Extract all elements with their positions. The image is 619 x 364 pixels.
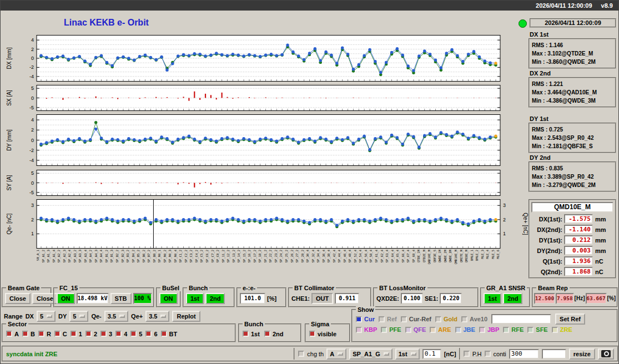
range-qem-select[interactable]: 3.5 <box>104 311 128 322</box>
checkbox-box[interactable] <box>115 331 122 337</box>
bpm-label: SP_C6_2 <box>206 250 209 262</box>
checkbox-gold[interactable]: Gold <box>435 316 457 322</box>
checkbox-box[interactable] <box>405 327 411 333</box>
snsr-2nd-button[interactable]: 2nd <box>503 293 523 304</box>
checkbox-are[interactable]: ARE <box>430 326 451 333</box>
conti-checkbox[interactable] <box>485 351 491 357</box>
checkbox-bt[interactable]: BT <box>161 331 178 337</box>
checkbox-label: RFE <box>511 326 524 333</box>
checkbox-3[interactable]: 3 <box>100 331 112 337</box>
beam-gate-close-button-1[interactable]: Close <box>5 293 31 304</box>
checkbox-box[interactable] <box>100 331 107 337</box>
fc15-on-button[interactable]: ON <box>57 293 75 304</box>
sp-device-select[interactable]: SP_A1_G <box>349 348 392 360</box>
bpm-label: QWDE_2M <box>444 250 447 262</box>
count-input[interactable] <box>509 349 539 359</box>
busel-on-button[interactable]: ON <box>159 293 178 304</box>
checkbox-2[interactable]: 2 <box>85 331 97 337</box>
range-dy-select[interactable]: 5 <box>69 311 88 322</box>
checkbox-box[interactable] <box>243 331 249 337</box>
aux-input[interactable] <box>542 349 566 359</box>
checkbox-box[interactable] <box>145 331 152 337</box>
checkbox-rfe[interactable]: RFE <box>503 326 524 333</box>
checkbox-box[interactable] <box>161 331 167 337</box>
ph-checkbox[interactable] <box>464 351 470 357</box>
snapshot-button[interactable] <box>598 348 614 360</box>
monitor-row-label: DX(2nd): <box>531 226 562 233</box>
bpm-label: SP_A2_3 <box>63 250 67 262</box>
checkbox-box[interactable] <box>455 327 461 333</box>
checkbox-box[interactable] <box>479 327 485 333</box>
checkbox-4[interactable]: 4 <box>115 331 127 337</box>
checkbox-ave10[interactable]: Ave10 <box>461 316 487 322</box>
checkbox-2nd[interactable]: 2nd <box>264 331 284 337</box>
checkbox-cur[interactable]: Cur <box>356 316 375 322</box>
range-qep-label: Qe+ <box>131 313 143 320</box>
snsr-1st-button[interactable]: 1st <box>484 293 501 304</box>
checkbox-b[interactable]: B <box>22 331 35 337</box>
chg-th-checkbox[interactable] <box>298 351 304 357</box>
checkbox-box[interactable] <box>356 316 362 322</box>
checkbox-visible[interactable]: visible <box>309 331 336 337</box>
checkbox-box[interactable] <box>381 327 387 333</box>
checkbox-1st[interactable]: 1st <box>243 331 260 337</box>
checkbox-cur-ref[interactable]: Cur-Ref <box>401 316 431 322</box>
beam-rep-group-label: Beam Rep <box>536 285 570 291</box>
checkbox-box[interactable] <box>435 316 441 322</box>
checkbox-box[interactable] <box>527 327 534 333</box>
checkbox-box[interactable] <box>430 327 436 333</box>
checkbox-box[interactable] <box>71 331 77 337</box>
checkbox-box[interactable] <box>130 331 137 337</box>
checkbox-jbp[interactable]: JBP <box>479 326 499 333</box>
checkbox-5[interactable]: 5 <box>130 331 142 337</box>
checkbox-box[interactable] <box>309 331 315 337</box>
checkbox-box[interactable] <box>264 331 270 337</box>
checkbox-1[interactable]: 1 <box>71 331 82 337</box>
resize-button[interactable]: resize <box>569 348 595 360</box>
checkbox-sfe[interactable]: SFE <box>527 326 547 333</box>
bunch-select[interactable]: 1st <box>395 348 420 360</box>
checkbox-6[interactable]: 6 <box>145 331 157 337</box>
bt-collimator-group-label: BT Collimator <box>293 285 336 291</box>
checkbox-pfe[interactable]: PFE <box>381 326 401 333</box>
range-dx-select[interactable]: 5 <box>37 311 56 322</box>
checkbox-kbp[interactable]: KBP <box>356 326 377 333</box>
checkbox-label: 1 <box>79 331 82 337</box>
app-window: 2026/04/11 12:00:09 v8.9 Linac KEKB e- O… <box>0 0 619 364</box>
checkbox-box[interactable] <box>552 327 558 333</box>
checkbox-box[interactable] <box>38 331 44 337</box>
checkbox-box[interactable] <box>503 327 509 333</box>
threshold-input[interactable] <box>422 349 441 359</box>
checkbox-zre[interactable]: ZRE <box>552 326 572 333</box>
checkbox-box[interactable] <box>379 316 385 322</box>
replot-button[interactable]: Replot <box>172 311 200 322</box>
checkbox-qfe[interactable]: QFE <box>405 326 426 333</box>
che1-out-button[interactable]: OUT <box>311 293 333 304</box>
range-qep-select[interactable]: 3.5 <box>145 311 169 322</box>
checkbox-label: Cur-Ref <box>409 316 431 322</box>
checkbox-ref[interactable]: Ref <box>379 316 397 322</box>
mode-select[interactable]: A <box>326 348 346 360</box>
svg-text:1: 1 <box>503 231 506 236</box>
monitor-row-value: -1.575 <box>564 214 593 224</box>
checkbox-box[interactable] <box>85 331 92 337</box>
fc15-stb-button[interactable]: STB <box>110 293 132 304</box>
bunch-1st-button[interactable]: 1st <box>186 293 204 304</box>
bpm-label: BMLE_1 <box>471 250 474 261</box>
threshold-unit-label: [nC] <box>444 351 456 357</box>
checkbox-box[interactable] <box>401 316 407 322</box>
set-ref-button[interactable]: Set Ref <box>555 314 585 325</box>
checkbox-c[interactable]: C <box>54 331 67 337</box>
ref-name-input[interactable] <box>491 314 551 324</box>
checkbox-box[interactable] <box>356 327 362 333</box>
checkbox-box[interactable] <box>6 331 12 337</box>
checkbox-jbe[interactable]: JBE <box>455 326 475 333</box>
checkbox-r[interactable]: R <box>38 331 51 337</box>
checkbox-a[interactable]: A <box>6 331 19 337</box>
bpm-label: SP_25_2 <box>285 250 289 262</box>
checkbox-box[interactable] <box>54 331 61 337</box>
bunch-2nd-button[interactable]: 2nd <box>205 293 225 304</box>
checkbox-label: Gold <box>444 316 457 322</box>
checkbox-box[interactable] <box>22 331 28 337</box>
checkbox-box[interactable] <box>461 316 467 322</box>
